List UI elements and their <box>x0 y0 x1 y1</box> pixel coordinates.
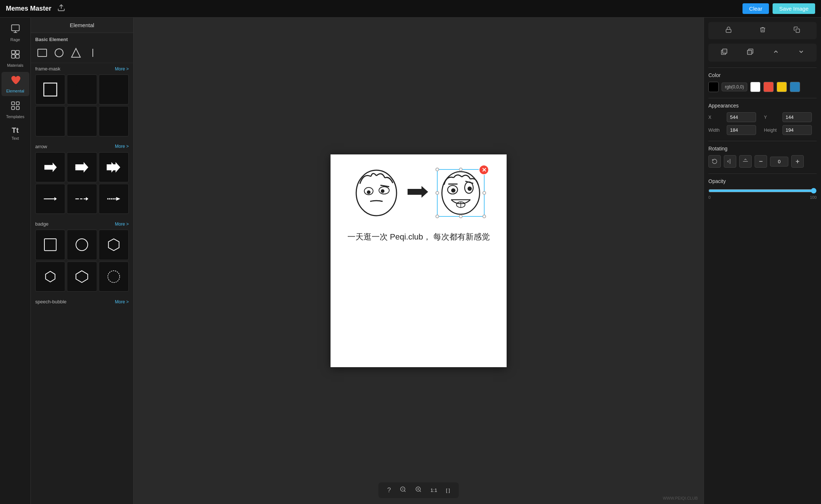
color-swatch-black[interactable] <box>708 82 719 92</box>
handle-mr[interactable] <box>482 191 486 195</box>
arrow-item-1[interactable] <box>35 152 65 182</box>
y-input[interactable] <box>782 112 812 122</box>
color-swatch-yellow[interactable] <box>777 82 787 92</box>
width-label: Width <box>708 128 725 133</box>
appearances-section-label: Appearances <box>708 103 817 109</box>
handle-bm[interactable] <box>459 215 463 218</box>
move-down-button[interactable] <box>795 47 807 58</box>
zoom-out-button[interactable] <box>397 485 409 496</box>
svg-marker-20 <box>44 162 57 172</box>
lock-button[interactable] <box>722 25 735 36</box>
svg-point-38 <box>76 239 88 251</box>
height-input[interactable] <box>782 125 812 135</box>
layer-back-button[interactable] <box>744 47 757 59</box>
badge-item-4[interactable] <box>35 262 65 292</box>
frame-mask-item-2[interactable] <box>67 74 97 105</box>
canvas-content[interactable]: ✕ <box>331 154 507 367</box>
meme-caption[interactable]: 一天逛一次 Peqi.club， 每次都有新感觉 <box>338 231 499 242</box>
frame-mask-section: frame-mask More > <box>31 63 133 141</box>
badge-item-5[interactable] <box>67 262 97 292</box>
basic-circle[interactable] <box>54 47 65 58</box>
width-input[interactable] <box>727 125 756 135</box>
svg-point-47 <box>381 189 384 193</box>
flip-h-button[interactable] <box>739 155 752 168</box>
handle-bl[interactable] <box>435 215 439 218</box>
zoom-fit[interactable]: [ ] <box>443 486 453 494</box>
frame-mask-item-6[interactable] <box>99 106 129 136</box>
svg-rect-35 <box>114 198 115 200</box>
meme-face-right-container[interactable]: ✕ <box>437 169 485 217</box>
color-section-label: Color <box>708 72 817 78</box>
badge-more[interactable]: More > <box>115 222 129 227</box>
right-toolbar-top <box>708 22 817 39</box>
svg-rect-16 <box>107 83 121 97</box>
arrow-item-2[interactable] <box>67 152 97 182</box>
frame-mask-item-1[interactable] <box>35 74 65 105</box>
rotate-minus-button[interactable]: − <box>755 155 767 168</box>
sidebar-item-templates[interactable]: Templates <box>1 98 29 122</box>
zoom-level[interactable]: 1:1 <box>428 486 440 494</box>
move-up-button[interactable] <box>770 47 782 58</box>
arrow-grid <box>31 151 133 216</box>
badge-label: badge <box>35 221 48 227</box>
delete-element-button[interactable]: ✕ <box>479 165 489 175</box>
color-swatch-white[interactable] <box>750 82 760 92</box>
right-toolbar-layer <box>708 44 817 62</box>
help-button[interactable]: ? <box>384 485 394 496</box>
frame-mask-item-5[interactable] <box>67 106 97 136</box>
sidebar-item-materials-label: Materials <box>7 63 23 67</box>
arrow-item-4[interactable] <box>35 184 65 214</box>
canvas-toolbar: ? 1:1 [ ] <box>379 482 459 498</box>
sidebar-item-elemental[interactable]: Elemental <box>1 72 29 96</box>
app-title: Memes Master <box>6 5 51 12</box>
color-swatch-red[interactable] <box>763 82 774 92</box>
height-label: Height <box>764 128 780 133</box>
svg-rect-67 <box>726 29 731 32</box>
left-sidebar: Rage Materials Elemental <box>0 18 31 504</box>
frame-mask-item-4[interactable] <box>35 106 65 136</box>
opacity-slider[interactable] <box>708 188 817 194</box>
rotate-plus-button[interactable]: + <box>791 155 804 168</box>
sidebar-item-text[interactable]: Tt Text <box>1 123 29 143</box>
handle-br[interactable] <box>482 215 486 218</box>
badge-item-6[interactable] <box>99 262 129 292</box>
basic-line[interactable] <box>87 47 98 58</box>
right-panel: Color rgb(0,0,0) Appearances X Y Width <box>704 18 821 504</box>
x-input[interactable] <box>727 112 756 122</box>
badge-item-1[interactable] <box>35 230 65 260</box>
svg-marker-49 <box>408 186 428 198</box>
arrow-item-5[interactable] <box>67 184 97 214</box>
arrow-more[interactable]: More > <box>115 144 129 149</box>
svg-rect-68 <box>796 29 799 33</box>
badge-item-3[interactable] <box>99 230 129 260</box>
basic-triangle[interactable] <box>70 47 81 58</box>
layer-front-button[interactable] <box>718 47 731 59</box>
sidebar-item-materials[interactable]: Materials <box>1 46 29 70</box>
save-button[interactable]: Save Image <box>773 3 815 14</box>
badge-header: badge More > <box>31 218 133 228</box>
upload-icon[interactable] <box>57 4 65 14</box>
frame-mask-item-3[interactable] <box>99 74 129 105</box>
rotate-ccw-button[interactable] <box>708 155 721 168</box>
arrow-item-6[interactable] <box>99 184 129 214</box>
badge-item-2[interactable] <box>67 230 97 260</box>
handle-tm[interactable] <box>459 168 463 171</box>
meme-face-left[interactable] <box>353 169 400 217</box>
duplicate-button[interactable] <box>791 25 803 36</box>
color-swatch-blue[interactable] <box>790 82 800 92</box>
delete-button[interactable] <box>756 25 769 36</box>
meme-face-right[interactable]: ✕ <box>437 169 485 217</box>
frame-mask-more[interactable]: More > <box>115 66 129 72</box>
arrow-label: arrow <box>35 144 47 149</box>
handle-tl[interactable] <box>435 168 439 171</box>
zoom-in-button[interactable] <box>412 485 425 496</box>
arrow-item-3[interactable] <box>99 152 129 182</box>
speech-bubble-more[interactable]: More > <box>115 299 129 304</box>
flip-v-button[interactable] <box>724 155 736 168</box>
svg-rect-33 <box>111 198 112 200</box>
basic-rect[interactable] <box>37 47 48 58</box>
sidebar-item-rage[interactable]: Rage <box>1 21 29 45</box>
handle-ml[interactable] <box>435 191 439 195</box>
svg-line-64 <box>420 490 421 492</box>
clear-button[interactable]: Clear <box>742 3 769 14</box>
